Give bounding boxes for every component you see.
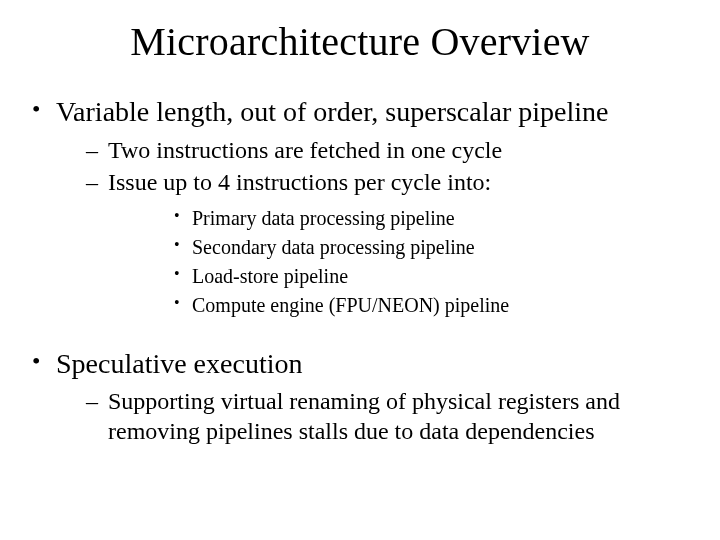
bullet-level1: Variable length, out of order, superscal…	[30, 95, 690, 319]
slide-title: Microarchitecture Overview	[30, 18, 690, 65]
bullet-text: Speculative execution	[56, 348, 302, 379]
bullet-level3: Secondary data processing pipeline	[108, 234, 690, 261]
bullet-list-level3: Primary data processing pipeline Seconda…	[108, 205, 690, 319]
bullet-text: Secondary data processing pipeline	[192, 236, 475, 258]
bullet-text: Issue up to 4 instructions per cycle int…	[108, 169, 491, 195]
bullet-text: Compute engine (FPU/NEON) pipeline	[192, 294, 509, 316]
bullet-text: Primary data processing pipeline	[192, 207, 455, 229]
bullet-list-level1: Variable length, out of order, superscal…	[30, 95, 690, 319]
bullet-text: Supporting virtual renaming of physical …	[108, 388, 620, 444]
bullet-text: Two instructions are fetched in one cycl…	[108, 137, 502, 163]
bullet-level3: Load-store pipeline	[108, 263, 690, 290]
spacer	[30, 329, 690, 347]
bullet-text: Variable length, out of order, superscal…	[56, 96, 608, 127]
bullet-level1: Speculative execution Supporting virtual…	[30, 347, 690, 447]
bullet-text: Load-store pipeline	[192, 265, 348, 287]
bullet-list-level2: Two instructions are fetched in one cycl…	[56, 135, 690, 319]
bullet-level2: Supporting virtual renaming of physical …	[56, 386, 690, 446]
slide: Microarchitecture Overview Variable leng…	[0, 0, 720, 540]
bullet-level3: Compute engine (FPU/NEON) pipeline	[108, 292, 690, 319]
bullet-level3: Primary data processing pipeline	[108, 205, 690, 232]
bullet-level2: Issue up to 4 instructions per cycle int…	[56, 167, 690, 319]
bullet-list-level1: Speculative execution Supporting virtual…	[30, 347, 690, 447]
bullet-list-level2: Supporting virtual renaming of physical …	[56, 386, 690, 446]
bullet-level2: Two instructions are fetched in one cycl…	[56, 135, 690, 165]
